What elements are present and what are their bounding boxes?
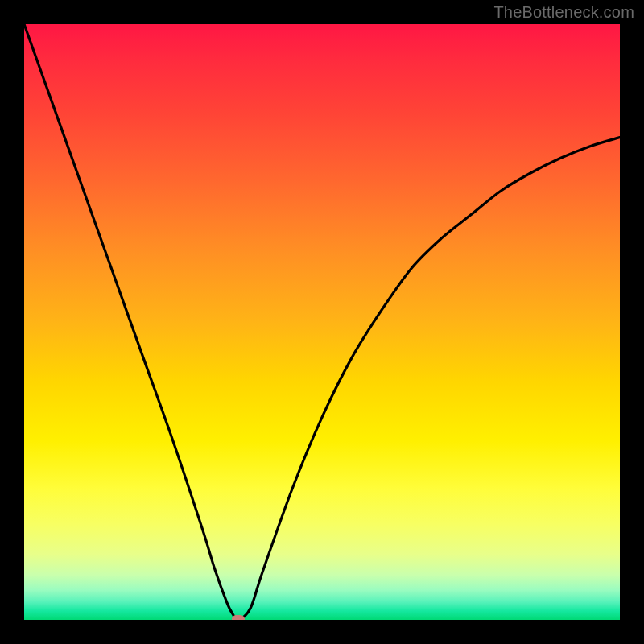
bottleneck-curve (24, 24, 620, 620)
chart-frame: TheBottleneck.com (0, 0, 644, 644)
optimal-point-marker (232, 615, 245, 620)
plot-area (24, 24, 620, 620)
watermark-text: TheBottleneck.com (493, 3, 634, 22)
